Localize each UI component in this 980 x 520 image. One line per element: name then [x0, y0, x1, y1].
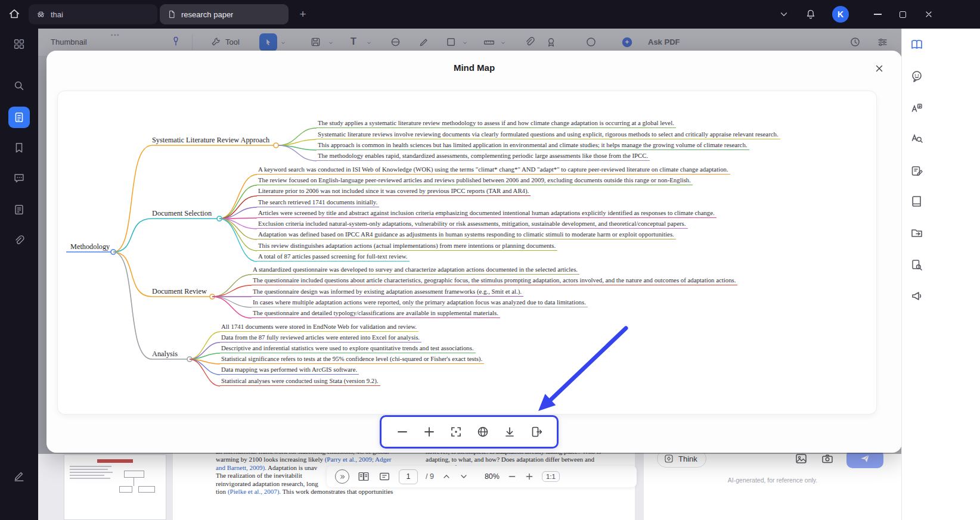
- mind-map-canvas[interactable]: Methodology Systematic Literature Review…: [58, 91, 876, 414]
- modal-close-button[interactable]: [872, 61, 886, 76]
- attachment-icon[interactable]: [13, 234, 26, 247]
- notifications-bell-icon[interactable]: [805, 8, 817, 20]
- ai-input-panel: Think AI-generated, for reference only.: [644, 443, 901, 520]
- user-avatar[interactable]: K: [832, 6, 849, 23]
- plus-icon: [525, 472, 534, 481]
- close-window-button[interactable]: [924, 10, 934, 19]
- document-search-icon[interactable]: [910, 258, 924, 272]
- comments-icon[interactable]: [13, 172, 26, 185]
- mindmap-leaf-node[interactable]: The study applies a systematic literatur…: [317, 118, 676, 128]
- reader-mode-icon[interactable]: [910, 38, 924, 52]
- translate-icon[interactable]: [910, 101, 924, 116]
- mindmap-leaf-node[interactable]: All 1741 documents were stored in EndNot…: [220, 322, 418, 332]
- mindmap-leaf-node[interactable]: The methodology enables rapid, standardi…: [317, 151, 650, 161]
- mindmap-leaf-node[interactable]: Statistical significance refers to tests…: [220, 354, 484, 364]
- mindmap-leaf-node[interactable]: The questionnaire included questions abo…: [252, 275, 737, 285]
- close-icon: [924, 10, 934, 19]
- main-content: Thumbnail ••• Tool T: [38, 29, 901, 520]
- page-navigation-bar: 1 / 9 80% 1:1: [327, 466, 637, 487]
- thumbnail-flowchart-box: [138, 486, 155, 493]
- book-icon[interactable]: [910, 194, 924, 208]
- ai-chat-icon[interactable]: [910, 69, 924, 83]
- minimize-button[interactable]: [874, 14, 882, 15]
- next-page-button[interactable]: [459, 472, 469, 481]
- send-plane-icon: [860, 453, 870, 464]
- mindmap-leaf-node[interactable]: The questionnaire and detailed typology/…: [252, 308, 500, 318]
- thumbnail-banner: [97, 459, 133, 463]
- minimize-icon: [874, 14, 882, 15]
- mindmap-leaf-node[interactable]: A keyword search was conducted in ISI We…: [257, 164, 730, 175]
- thumbnail-flowchart-line: [134, 478, 134, 486]
- apps-grid-icon[interactable]: [13, 38, 26, 51]
- two-page-view-button[interactable]: [357, 470, 370, 483]
- title-bar: thai research paper + K: [0, 0, 980, 29]
- close-icon: [874, 63, 885, 74]
- tab-thai[interactable]: thai: [29, 4, 157, 24]
- right-sidebar: [901, 29, 980, 520]
- page-number-input[interactable]: 1: [399, 469, 418, 484]
- export-button[interactable]: [529, 424, 544, 440]
- language-globe-button[interactable]: [475, 424, 491, 440]
- mindmap-leaf-node[interactable]: Statistical analyses were conducted usin…: [220, 376, 380, 386]
- mindmap-leaf-node[interactable]: Exclusion criteria included natural-syst…: [257, 219, 688, 229]
- zoom-in-button[interactable]: [525, 472, 534, 481]
- annotate-note-icon[interactable]: [910, 164, 924, 178]
- mindmap-leaf-node[interactable]: In cases where multiple adaptation actio…: [252, 297, 588, 307]
- mindmap-leaf-node[interactable]: Data mapping was performed with ArcGIS s…: [220, 365, 359, 375]
- mindmap-leaf-node[interactable]: Data from the 87 fully reviewed articles…: [220, 332, 421, 342]
- modal-title: Mind Map: [46, 63, 902, 73]
- mindmap-branch-node[interactable]: Systematic Literature Review Approach: [152, 135, 269, 145]
- thumbnail-flowchart-box: [124, 471, 144, 478]
- mindmap-leaf-node[interactable]: A standardized questionnaire was develop…: [252, 264, 579, 275]
- zoom-out-button[interactable]: [507, 472, 517, 481]
- bookmark-icon[interactable]: [13, 141, 26, 154]
- mindmap-root-node[interactable]: Methodology: [70, 242, 110, 252]
- zoom-in-button[interactable]: [421, 424, 437, 440]
- chevron-down-icon: [459, 472, 469, 481]
- tab-label: thai: [51, 10, 63, 19]
- ai-disclaimer: AI-generated, for reference only.: [644, 477, 901, 484]
- page-thumbnail[interactable]: [64, 454, 166, 520]
- single-page-view-button[interactable]: [378, 470, 391, 483]
- fit-to-screen-button[interactable]: [448, 424, 464, 440]
- export-folder-icon[interactable]: [910, 226, 924, 240]
- previous-page-button[interactable]: [442, 472, 451, 481]
- mindmap-branch-node[interactable]: Document Selection: [152, 208, 212, 219]
- zoom-out-button[interactable]: [395, 424, 410, 440]
- export-icon: [530, 425, 543, 438]
- signature-pen-icon[interactable]: [13, 469, 26, 482]
- document-panel-button-active[interactable]: [8, 107, 30, 128]
- text-search-icon[interactable]: [910, 131, 924, 145]
- thumbnail-text-line: [70, 478, 110, 479]
- download-icon: [503, 425, 516, 438]
- actual-size-button[interactable]: 1:1: [542, 471, 560, 482]
- home-icon: [8, 8, 21, 21]
- mindmap-leaf-node[interactable]: The search retrieved 1741 documents init…: [257, 197, 379, 207]
- download-button[interactable]: [502, 424, 517, 440]
- zoom-level-value[interactable]: 80%: [485, 472, 500, 481]
- mindmap-leaf-node[interactable]: Adaptation was defined based on IPCC AR4…: [257, 229, 676, 239]
- chevron-down-icon[interactable]: [779, 9, 789, 20]
- tab-research-paper[interactable]: research paper: [160, 4, 289, 24]
- think-icon: [663, 453, 674, 464]
- mindmap-leaf-node[interactable]: A total of 87 articles passed screening …: [257, 251, 410, 261]
- home-button[interactable]: [0, 0, 29, 29]
- search-icon[interactable]: [13, 79, 26, 92]
- mindmap-leaf-node[interactable]: The questionnaire design was informed by…: [252, 287, 523, 297]
- mindmap-leaf-node[interactable]: Literature prior to 2006 was not include…: [257, 186, 531, 196]
- new-tab-button[interactable]: +: [294, 6, 311, 23]
- mindmap-leaf-node[interactable]: Systematic literature reviews involve re…: [317, 129, 780, 139]
- page-notes-icon[interactable]: [13, 203, 26, 216]
- mindmap-branch-node[interactable]: Document Review: [152, 287, 207, 297]
- mindmap-leaf-node[interactable]: Descriptive and inferential statistics w…: [220, 343, 476, 353]
- maximize-icon: [900, 11, 906, 18]
- mindmap-leaf-node[interactable]: This approach is common in health scienc…: [317, 140, 749, 150]
- mindmap-controls-toolbar: [380, 415, 559, 449]
- maximize-button[interactable]: [900, 11, 906, 18]
- mindmap-leaf-node[interactable]: Articles were screened by title and abst…: [257, 208, 717, 218]
- mindmap-leaf-node[interactable]: This review distinguishes adaptation act…: [257, 241, 557, 251]
- mindmap-branch-node[interactable]: Analysis: [152, 349, 178, 359]
- mindmap-leaf-node[interactable]: The review focused on English-language p…: [257, 175, 693, 185]
- announce-megaphone-icon[interactable]: [910, 289, 924, 303]
- expand-panel-button[interactable]: [335, 469, 349, 484]
